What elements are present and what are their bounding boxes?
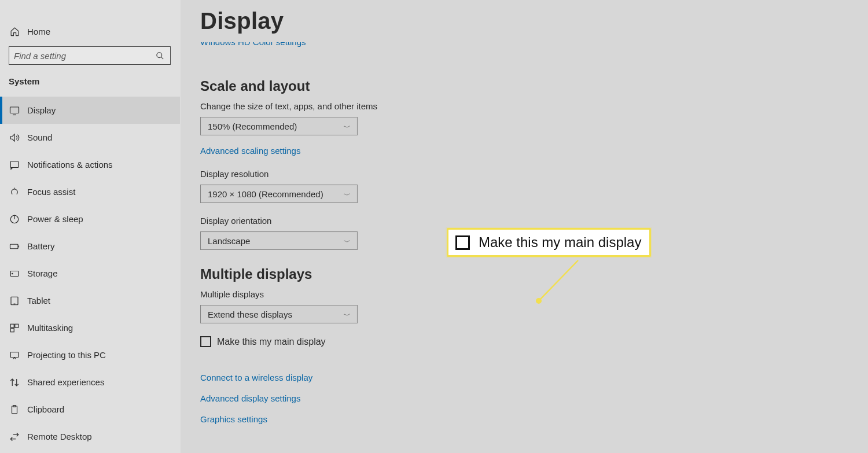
svg-line-1 — [161, 57, 163, 59]
graphics-settings-link[interactable]: Graphics settings — [200, 414, 848, 424]
advanced-display-link[interactable]: Advanced display settings — [200, 393, 848, 403]
sidebar-item-label: Power & sleep — [27, 214, 83, 224]
chevron-down-icon: 〱 — [344, 124, 351, 128]
resolution-dropdown[interactable]: 1920 × 1080 (Recommended) 〱 — [200, 185, 358, 203]
sidebar-item-label: Projecting to this PC — [27, 350, 106, 360]
sidebar-item-label: Shared experiences — [27, 377, 104, 387]
svg-point-0 — [156, 52, 161, 57]
checkbox-box-icon — [200, 336, 211, 347]
resolution-label: Display resolution — [200, 169, 848, 179]
sidebar-item-label: Tablet — [27, 296, 50, 305]
sidebar-item-label: Focus assist — [27, 187, 75, 197]
orientation-dropdown[interactable]: Landscape 〱 — [200, 231, 358, 250]
search-input[interactable]: Find a setting — [9, 46, 171, 65]
svg-rect-15 — [15, 324, 19, 327]
power-icon — [9, 214, 20, 224]
chevron-down-icon: 〱 — [344, 238, 351, 243]
multitasking-icon — [9, 323, 20, 333]
sidebar-item-shared-experiences[interactable]: Shared experiences — [0, 369, 180, 396]
sidebar-item-label: Sound — [27, 132, 52, 142]
sidebar-item-label: Storage — [27, 268, 58, 278]
svg-rect-8 — [10, 244, 19, 249]
storage-icon — [9, 268, 20, 279]
checkbox-box-icon — [455, 235, 470, 250]
text-size-label: Change the size of text, apps, and other… — [200, 101, 848, 111]
sidebar-item-sound[interactable]: Sound — [0, 124, 180, 151]
callout-text: Make this my main display — [479, 234, 641, 251]
sidebar-item-projecting-to-this-pc[interactable]: Projecting to this PC — [0, 341, 180, 369]
orientation-value: Landscape — [208, 236, 250, 246]
sidebar-item-label: Notifications & actions — [27, 160, 113, 170]
text-size-dropdown[interactable]: 150% (Recommended) 〱 — [200, 117, 358, 135]
shared-icon — [9, 377, 20, 388]
sidebar-item-power-sleep[interactable]: Power & sleep — [0, 205, 180, 233]
sidebar-item-focus-assist[interactable]: Focus assist — [0, 178, 180, 205]
main-display-checkbox-label: Make this my main display — [217, 337, 326, 347]
scale-layout-heading: Scale and layout — [200, 78, 848, 94]
multiple-displays-heading: Multiple displays — [200, 266, 848, 282]
sidebar-item-label: Remote Desktop — [27, 432, 92, 441]
home-icon — [9, 27, 20, 36]
sidebar-item-notifications-actions[interactable]: Notifications & actions — [0, 151, 180, 178]
connect-wireless-link[interactable]: Connect to a wireless display — [200, 373, 848, 382]
home-button[interactable]: Home — [9, 21, 171, 42]
windows-hd-color-link[interactable]: Windows HD Color settings — [200, 42, 306, 48]
svg-rect-14 — [10, 324, 14, 327]
search-icon — [154, 51, 165, 60]
sidebar-item-label: Multitasking — [27, 323, 73, 333]
sidebar-item-remote-desktop[interactable]: Remote Desktop — [0, 423, 180, 450]
svg-rect-17 — [10, 352, 19, 357]
text-size-value: 150% (Recommended) — [208, 121, 297, 131]
sidebar-item-label: Clipboard — [27, 404, 64, 414]
project-icon — [9, 350, 20, 360]
sidebar-nav: DisplaySoundNotifications & actionsFocus… — [0, 97, 180, 450]
sidebar-item-battery[interactable]: Battery — [0, 233, 180, 260]
advanced-scaling-link[interactable]: Advanced scaling settings — [200, 146, 300, 156]
sidebar-item-tablet[interactable]: Tablet — [0, 287, 180, 314]
multiple-displays-value: Extend these displays — [208, 310, 292, 319]
callout-highlight: Make this my main display — [447, 228, 651, 257]
settings-sidebar: Home Find a setting System DisplaySoundN… — [0, 0, 181, 453]
svg-marker-4 — [10, 134, 14, 141]
orientation-label: Display orientation — [200, 216, 848, 226]
sidebar-item-storage[interactable]: Storage — [0, 260, 180, 287]
sidebar-item-label: Display — [27, 105, 56, 115]
multiple-displays-dropdown[interactable]: Extend these displays 〱 — [200, 305, 358, 323]
tablet-icon — [9, 296, 20, 306]
sidebar-item-display[interactable]: Display — [0, 97, 180, 124]
chevron-down-icon: 〱 — [344, 312, 351, 316]
sound-icon — [9, 132, 20, 143]
sidebar-item-label: Battery — [27, 241, 55, 251]
multiple-displays-label: Multiple displays — [200, 289, 848, 299]
page-title: Display — [200, 8, 848, 34]
main-content: Display Windows HD Color settings Scale … — [181, 0, 868, 453]
chevron-down-icon: 〱 — [344, 191, 351, 196]
svg-rect-2 — [10, 107, 19, 113]
sidebar-item-multitasking[interactable]: Multitasking — [0, 314, 180, 341]
svg-point-11 — [12, 273, 13, 274]
sidebar-item-clipboard[interactable]: Clipboard — [0, 396, 180, 423]
notifications-icon — [9, 160, 20, 170]
resolution-value: 1920 × 1080 (Recommended) — [208, 189, 323, 199]
battery-icon — [9, 241, 20, 252]
category-label: System — [9, 76, 171, 86]
svg-rect-5 — [10, 161, 19, 168]
home-label: Home — [27, 27, 50, 36]
svg-rect-16 — [10, 328, 14, 332]
display-icon — [9, 105, 20, 116]
focus-assist-icon — [9, 187, 20, 197]
main-display-checkbox[interactable]: Make this my main display — [200, 336, 848, 347]
clipboard-icon — [9, 404, 20, 415]
remote-icon — [9, 432, 20, 442]
search-placeholder: Find a setting — [14, 51, 66, 61]
